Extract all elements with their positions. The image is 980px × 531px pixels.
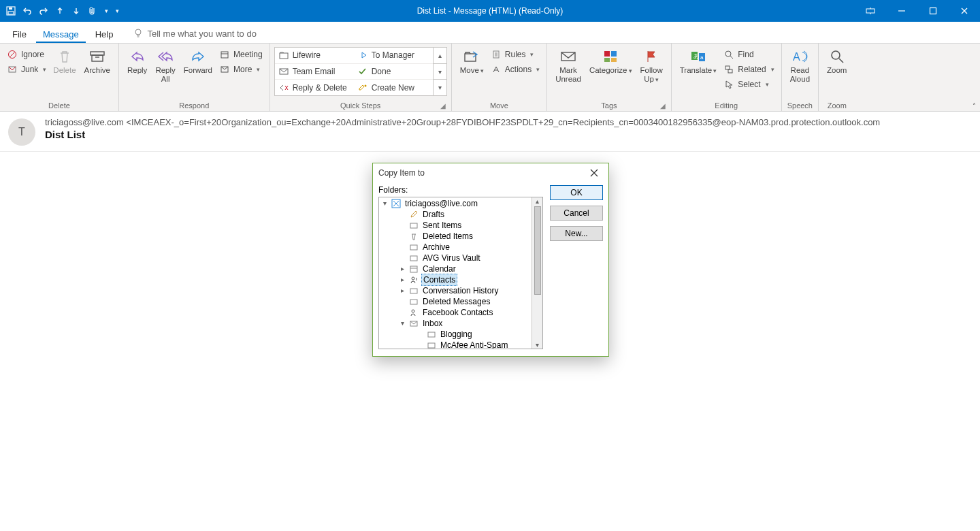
copy-item-dialog: Copy Item to Folders: ▾triciagoss@live.c… [372,163,609,357]
svg-rect-39 [410,245,417,250]
calendar-icon [408,263,419,274]
chevron-right-icon[interactable]: ▸ [398,263,406,274]
scroll-down-icon[interactable]: ▾ [536,341,539,349]
svg-rect-40 [410,256,417,261]
inbox-icon [408,318,419,329]
trash-icon [408,231,419,242]
tree-contacts[interactable]: ▸Contacts [398,274,530,285]
scroll-up-icon[interactable]: ▴ [536,197,539,205]
svg-point-48 [412,310,414,312]
folder-icon [426,329,437,340]
folder-icon [408,285,419,296]
contacts-icon [408,307,419,318]
tree-facebook-contacts[interactable]: Facebook Contacts [398,307,530,318]
chevron-down-icon[interactable]: ▾ [398,318,406,329]
tree-scrollbar[interactable]: ▴ ▾ [532,197,542,349]
scroll-thumb[interactable] [534,206,541,295]
dialog-titlebar: Copy Item to [373,163,608,182]
folder-tree[interactable]: ▾triciagoss@live.com Drafts Sent Items D… [378,197,543,349]
cancel-button[interactable]: Cancel [550,206,603,221]
svg-rect-38 [410,223,417,228]
tree-avg-virus-vault[interactable]: AVG Virus Vault [398,253,530,263]
modal-overlay: Copy Item to Folders: ▾triciagoss@live.c… [0,0,980,531]
ok-button[interactable]: OK [550,185,603,200]
svg-rect-50 [428,332,435,337]
tree-drafts[interactable]: Drafts [398,209,530,220]
folders-label: Folders: [378,185,543,197]
dialog-close-button[interactable] [585,164,603,182]
chevron-down-icon[interactable]: ▾ [380,198,389,209]
folder-icon [408,296,419,307]
dialog-title: Copy Item to [378,168,425,178]
tree-root[interactable]: ▾triciagoss@live.com [380,198,530,209]
tree-inbox[interactable]: ▾Inbox [398,318,530,329]
chevron-right-icon[interactable]: ▸ [398,274,406,285]
tree-sent[interactable]: Sent Items [398,220,530,231]
svg-rect-41 [410,266,417,272]
account-icon [391,198,402,209]
tree-deleted-messages[interactable]: Deleted Messages [398,296,530,307]
tree-conversation-history[interactable]: ▸Conversation History [398,285,530,296]
folder-icon [408,242,419,253]
folder-icon [408,220,419,231]
tree-inbox-blogging[interactable]: Blogging [416,329,530,340]
new-button[interactable]: New... [550,226,603,241]
tree-inbox-mcafee[interactable]: McAfee Anti-Spam [416,340,530,349]
folder-icon [408,253,419,263]
svg-rect-46 [410,289,417,293]
tree-deleted-items[interactable]: Deleted Items [398,231,530,242]
tree-archive[interactable]: Archive [398,242,530,253]
drafts-icon [408,209,419,220]
folder-icon [426,340,437,349]
tree-calendar[interactable]: ▸Calendar [398,263,530,274]
svg-rect-51 [428,343,435,348]
svg-point-43 [412,277,414,280]
chevron-right-icon[interactable]: ▸ [398,285,406,296]
svg-rect-47 [410,300,417,304]
contacts-icon [408,274,419,285]
